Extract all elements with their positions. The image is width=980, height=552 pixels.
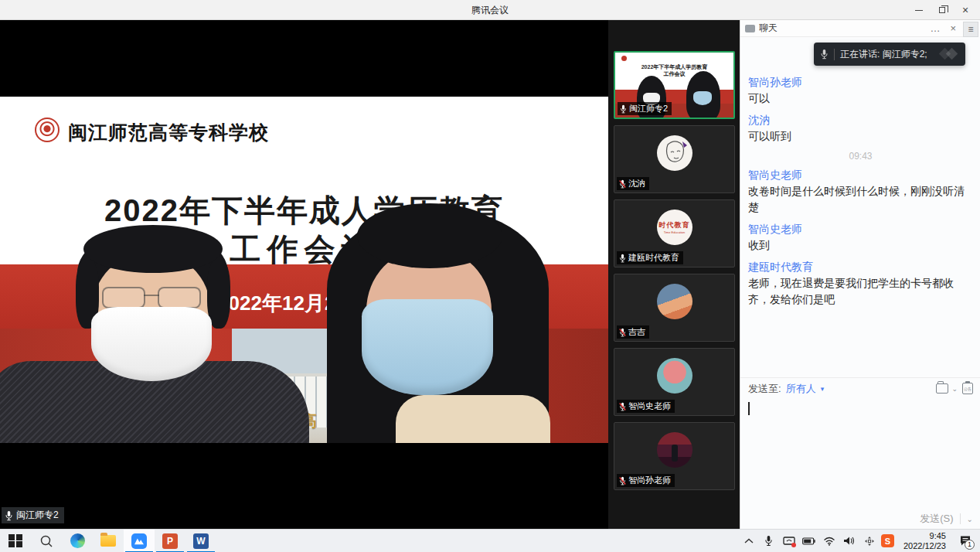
mic-on-icon: [5, 510, 13, 521]
tray-screenshare-button[interactable]: [781, 530, 798, 552]
speaking-indicator-toast: 正在讲话: 闽江师专2;: [814, 43, 965, 66]
slide-title-line1: 2022年下半年成人学历教育: [0, 189, 608, 232]
chevron-up-icon: [744, 538, 754, 544]
send-button[interactable]: 发送(S): [920, 512, 953, 526]
mic-muted-icon: [619, 476, 626, 486]
participant-thumbnail-shenrui[interactable]: 沈汭: [614, 125, 735, 193]
powerpoint-icon: P: [162, 533, 178, 549]
start-button[interactable]: [0, 530, 31, 552]
send-file-icon[interactable]: [936, 383, 948, 394]
taskbar-meeting-button[interactable]: [124, 530, 155, 552]
participant-name: 吉吉: [628, 326, 645, 338]
participant-thumbnail-jiji[interactable]: 吉吉: [614, 274, 735, 342]
file-explorer-icon: [100, 535, 116, 547]
notification-center-button[interactable]: 1: [955, 530, 975, 552]
search-button[interactable]: [31, 530, 62, 552]
participant-name: 智尚孙老师: [628, 475, 671, 486]
chat-message-list[interactable]: 智尚孙老师 可以 沈汭 可以听到 09:43 智尚史老师 改卷时间是什么时候到什…: [740, 37, 980, 376]
chat-more-button[interactable]: …: [927, 22, 943, 34]
thumbnail-name-tag: 智尚史老师: [617, 400, 675, 413]
taskbar-clock[interactable]: 9:45 2022/12/23: [897, 531, 952, 551]
mic-on-icon: [820, 49, 829, 60]
chat-message: 收到: [748, 237, 973, 254]
chat-sender-name: 智尚史老师: [748, 221, 973, 237]
taskbar-word-button[interactable]: W: [185, 530, 216, 552]
send-button-row: 发送(S) ⌄: [740, 509, 980, 529]
tray-volume-button[interactable]: [841, 530, 858, 552]
send-options-caret-icon[interactable]: ⌄: [967, 515, 973, 523]
tray-date: 2022/12/23: [903, 541, 946, 551]
windows-logo-icon: [9, 534, 22, 548]
chat-panel: 聊天 … × ≡ 智尚孙老师 可以 沈汭 可以听到 09:43 智尚史老师 改卷…: [740, 20, 980, 529]
tray-battery-button[interactable]: [801, 530, 818, 552]
chat-input-area[interactable]: [740, 399, 980, 507]
input-method-icon: [864, 536, 875, 547]
chat-header: 聊天 … ×: [740, 20, 964, 37]
shared-slide: 闽江师范高等专科学校 2022年下半年成人学历教育 工作会议 师范高等专科 20…: [0, 97, 608, 443]
tray-time: 9:45: [903, 531, 946, 541]
avatar-brand-text: 时代教育: [659, 220, 690, 230]
chat-sender-name: 沈汭: [748, 112, 973, 128]
chat-message: 可以听到: [748, 128, 973, 145]
mic-muted-icon: [619, 328, 626, 337]
person-right-bangs: [357, 203, 502, 268]
battery-icon: [802, 537, 815, 545]
tray-mic-button[interactable]: [761, 530, 778, 552]
close-icon: ×: [962, 5, 968, 15]
participant-name: 建瓯时代教育: [628, 252, 679, 264]
taskbar-edge-button[interactable]: [62, 530, 93, 552]
chat-sender-name: 建瓯时代教育: [748, 259, 973, 275]
announcement-icon[interactable]: 公告: [962, 383, 973, 394]
participant-thumbnail-jianou[interactable]: 时代教育 Time Education 建瓯时代教育: [614, 199, 735, 267]
chat-sender-name: 智尚孙老师: [748, 74, 973, 90]
tray-expand-button[interactable]: [740, 530, 757, 552]
mini-slide-title2: 工作会议: [615, 70, 733, 78]
participant-thumbnail-shi[interactable]: 智尚史老师: [614, 348, 735, 416]
taskbar-powerpoint-button[interactable]: P: [155, 530, 185, 552]
mic-icon: [764, 535, 773, 547]
chat-sender-name: 智尚史老师: [748, 167, 973, 183]
main-video-area[interactable]: 闽江师范高等专科学校 2022年下半年成人学历教育 工作会议 师范高等专科 20…: [0, 20, 608, 529]
sogou-input-icon[interactable]: S: [881, 534, 894, 547]
chat-timestamp: 09:43: [748, 151, 973, 162]
participant-thumbnail-minjiang[interactable]: 2022年下半年成人学历教育 工作会议 闽江师专2: [614, 51, 735, 119]
send-button-divider: [960, 513, 961, 524]
send-to-dropdown[interactable]: 所有人: [786, 382, 816, 396]
chat-close-button[interactable]: ×: [947, 22, 959, 34]
toast-divider: [834, 49, 835, 60]
send-to-dropdown-arrow-icon[interactable]: ▾: [821, 385, 825, 393]
search-icon: [39, 534, 53, 548]
tray-input-method-button[interactable]: [861, 530, 878, 552]
close-button[interactable]: ×: [954, 0, 977, 20]
main-video-name: 闽江师专2: [16, 509, 59, 522]
mic-on-icon: [619, 254, 626, 263]
meeting-watermark-icon: [939, 48, 959, 60]
notification-badge: 1: [965, 540, 975, 550]
send-file-caret-icon[interactable]: ⌄: [951, 385, 958, 393]
tray-wifi-button[interactable]: [821, 530, 838, 552]
thumbnail-name-tag: 沈汭: [617, 177, 649, 190]
school-name: 闽江师范高等专科学校: [68, 120, 269, 145]
avatar: [657, 432, 692, 468]
mic-muted-icon: [619, 179, 626, 189]
avatar-brand-subtext: Time Education: [664, 230, 686, 234]
chat-message: 老师，现在退费是要我们把学生的卡号都收齐，发给你们是吧: [748, 275, 973, 308]
wifi-icon: [823, 537, 835, 546]
main-video-name-tag: 闽江师专2: [2, 507, 64, 523]
chat-bubble-icon: [745, 25, 755, 32]
participant-name: 沈汭: [628, 178, 645, 189]
restore-button[interactable]: [931, 0, 954, 20]
person-left-glasses-bridge: [144, 295, 159, 296]
edge-icon: [70, 533, 85, 548]
thumbnail-name-tag: 建瓯时代教育: [617, 251, 683, 264]
minimize-button[interactable]: [907, 0, 931, 20]
taskbar-explorer-button[interactable]: [93, 530, 124, 552]
sketch-face-avatar-icon: [657, 135, 692, 171]
mini-mask-right: [693, 91, 712, 105]
window-controls: ×: [907, 0, 977, 20]
participant-thumbnail-sun[interactable]: 智尚孙老师: [614, 422, 735, 490]
system-tray: S 9:45 2022/12/23 1: [740, 530, 980, 552]
mic-muted-icon: [619, 402, 626, 411]
speaker-icon: [843, 536, 855, 546]
panel-menu-button[interactable]: ≡: [963, 22, 978, 37]
